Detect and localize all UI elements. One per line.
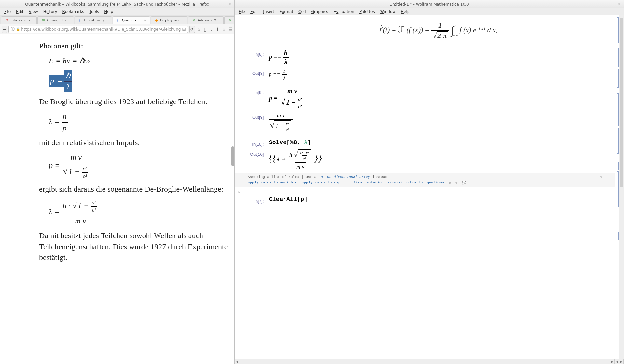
firefox-content: Photonen gilt: E = hν = ℏω p=ℏλ De Brogl… [0, 34, 234, 364]
chat-icon[interactable]: 💬 [462, 181, 466, 185]
url-text: https://de.wikibooks.org/wiki/Quantenmec… [21, 27, 181, 32]
input-cell-10[interactable]: In[10]:= Solve[%8, λ] [244, 139, 605, 147]
menu-file[interactable]: File [236, 9, 248, 15]
library-icon[interactable]: ▯ [202, 27, 207, 32]
scrollbar-thumb[interactable] [231, 146, 234, 166]
firefox-titlebar: Quantenmechanik – Wikibooks, Sammlung fr… [0, 0, 234, 8]
tab-change-lec[interactable]: ⊞Change lec... [37, 16, 74, 24]
addon-icon: ✿ [192, 18, 196, 23]
menu-palettes[interactable]: Palettes [357, 9, 378, 15]
cell-body: {{λ → h √c²−v²c²m v }} [269, 149, 322, 170]
cell-body: m v√1 − v²c² [269, 112, 293, 133]
url-input[interactable]: ⓘ 🔒 https://de.wikibooks.org/wiki/Quante… [8, 26, 188, 33]
reader-icon[interactable]: ▤ [182, 27, 186, 32]
scrollbar-thumb[interactable] [620, 18, 623, 187]
scroll-track[interactable] [239, 359, 610, 364]
menu-tools[interactable]: Tools [87, 9, 102, 15]
close-icon[interactable]: × [618, 2, 621, 6]
output-cell-10: Out[10]= {{λ → h √c²−v²c²m v }} [244, 149, 605, 170]
menu-insert[interactable]: Insert [260, 9, 277, 15]
pocket-icon[interactable]: ⌄ [209, 27, 214, 32]
tab-einfuhrung[interactable]: 》Einführung ... [75, 16, 112, 24]
menu-graphics[interactable]: Graphics [309, 9, 331, 15]
scroll-left-icon[interactable]: ◀ [615, 359, 619, 364]
equation-p-hlambda-selected: p=ℏλ [49, 70, 231, 92]
firefox-title: Quantenmechanik – Wikibooks, Sammlung fr… [25, 2, 209, 7]
input-cell-8[interactable]: In[8]:= p == hλ [244, 49, 605, 66]
download-icon[interactable]: ↓ [215, 27, 220, 32]
wiki-article: Photonen gilt: E = hν = ℏω p=ℏλ De Brogl… [30, 34, 231, 266]
mathematica-menubar: File Edit Insert Format Cell Graphics Ev… [235, 8, 624, 15]
firefox-tabbar: MInbox - sch... ⊞Change lec... 》Einführu… [0, 15, 234, 24]
suggestion-apply-expr[interactable]: apply rules to expr... [302, 181, 349, 185]
menu-edit[interactable]: Edit [248, 9, 260, 15]
paragraph: Damit besitzt jedes Teilchen sowohl Well… [39, 230, 231, 263]
menu-file[interactable]: File [2, 9, 13, 15]
equation-debroglie-lambda: λ = h · √1 − v²c²m v [49, 199, 231, 226]
paragraph: De Broglie übertrug dies 1923 auf belieb… [39, 96, 231, 107]
tab-close-icon[interactable]: × [143, 18, 146, 22]
tab-addons[interactable]: ✿Add-ons M... [188, 16, 223, 24]
menu-cell[interactable]: Cell [296, 9, 308, 15]
scroll-left-icon[interactable]: ◀ [235, 359, 239, 364]
mathematica-titlebar: Untitled-1 * - Wolfram Mathematica 10.0 … [235, 0, 624, 8]
info-icon[interactable]: ⓘ [11, 26, 15, 32]
cell-body: p == hλ [269, 49, 289, 66]
firefox-menubar: File Edit View History Bookmarks Tools H… [0, 8, 234, 15]
suggestion-first[interactable]: first solution [354, 181, 383, 185]
cell-label: Out[8]= [244, 68, 269, 76]
menu-help[interactable]: Help [102, 9, 116, 15]
menu-history[interactable]: History [41, 9, 60, 15]
cell-label: In[7]:= [244, 196, 269, 204]
horizontal-scrollbar[interactable]: ◀ ▶ ◀ ▶ [235, 359, 624, 364]
menu-view[interactable]: View [26, 9, 40, 15]
equation-lambda-hp: λ = hp [49, 111, 231, 133]
input-cell-9[interactable]: In[9]:= p = m v√1 − v²c² [244, 88, 605, 110]
menu-evaluation[interactable]: Evaluation [331, 9, 357, 15]
mathematica-title: Untitled-1 * - Wolfram Mathematica 10.0 [389, 2, 469, 7]
firefox-urlbar: ← ⓘ 🔒 https://de.wikibooks.org/wiki/Quan… [0, 24, 234, 34]
cell-body: p == hλ [269, 68, 287, 81]
suggestion-assume: Assuming a list of rules | Use as a two-… [248, 174, 602, 180]
output-cell-9: Out[9]= m v√1 − v²c² [244, 112, 605, 133]
suggestion-bar: ⊘ Assuming a list of rules | Use as a tw… [235, 173, 615, 187]
vertical-scrollbar[interactable] [619, 15, 624, 359]
cell-insert-indicator[interactable]: ⊕ [238, 189, 612, 194]
home-icon[interactable]: ⌂ [221, 27, 226, 32]
reload-button[interactable]: ⟳ [189, 26, 195, 33]
equation-relativistic-p: p = m v√1 − v²c² [49, 152, 231, 180]
scroll-right-icon[interactable]: ▶ [610, 359, 615, 364]
cell-label: In[9]:= [244, 88, 269, 95]
input-cell-7[interactable]: In[7]:= ClearAll[p] [244, 196, 605, 204]
menu-format[interactable]: Format [277, 9, 296, 15]
paragraph: mit dem relativistischen Impuls: [39, 137, 231, 148]
cell-label: Out[9]= [244, 112, 269, 120]
back-button[interactable]: ← [2, 26, 7, 33]
mathematica-window: Untitled-1 * - Wolfram Mathematica 10.0 … [234, 0, 624, 364]
output-cell-8: Out[8]= p == hλ [244, 68, 605, 81]
suggestion-alt-link[interactable]: a two-dimensional array [321, 175, 370, 179]
menu-help[interactable]: Help [398, 9, 412, 15]
site-icon: ⊞ [41, 18, 46, 23]
paragraph: ergibt sich daraus die sogenannte De-Bro… [39, 184, 231, 195]
menu-window[interactable]: Window [378, 9, 398, 15]
tab-quanten[interactable]: 》Quanten...× [113, 16, 150, 24]
notebook[interactable]: f̂ (t) = ℱ (f (x)) = 1√2 π ∫∞−∞ f (x) e−… [235, 15, 615, 359]
cell-body: p = m v√1 − v²c² [269, 88, 305, 110]
suggestion-convert[interactable]: convert rules to equations [388, 181, 444, 185]
tab-inbox[interactable]: MInbox - sch... [1, 16, 37, 24]
hamburger-icon[interactable]: ☰ [228, 27, 233, 32]
menu-edit[interactable]: Edit [13, 9, 26, 15]
star-icon[interactable]: ☆ [196, 27, 201, 32]
tab-deployment[interactable]: ◆Deploymen... [151, 16, 187, 24]
close-icon[interactable]: ⊘ [600, 174, 602, 179]
menu-bookmarks[interactable]: Bookmarks [60, 9, 87, 15]
refresh-icon[interactable]: ↻ [449, 181, 451, 185]
cell-brackets[interactable] [615, 15, 619, 359]
suggestion-apply-var[interactable]: apply rules to variable [248, 181, 297, 185]
firefox-window: Quantenmechanik – Wikibooks, Sammlung fr… [0, 0, 234, 364]
equation-energy: E = hν = ℏω [49, 56, 231, 67]
close-icon[interactable]: × [228, 2, 231, 6]
scroll-right-icon[interactable]: ▶ [619, 359, 624, 364]
gear-icon[interactable]: ⚙ [455, 181, 458, 185]
